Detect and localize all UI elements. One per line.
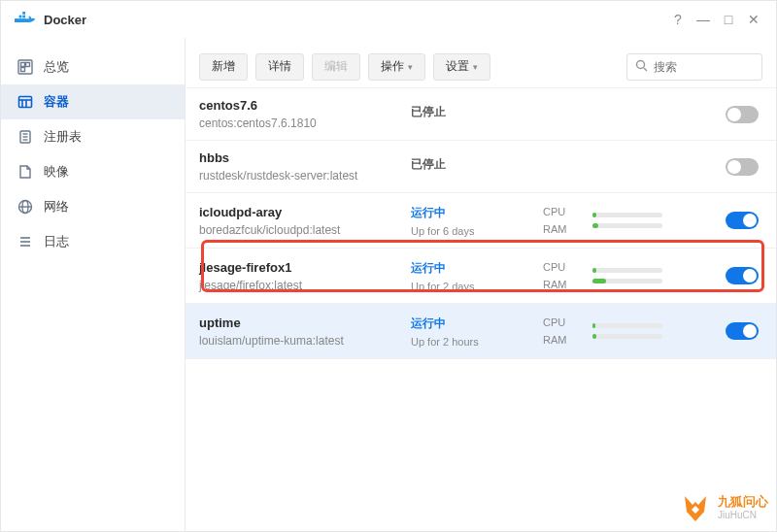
sidebar-item-registry[interactable]: 注册表 (1, 119, 185, 154)
log-icon (17, 233, 34, 250)
container-list: centos7.6centos:centos7.6.1810已停止hbbsrus… (186, 88, 776, 531)
ram-label: RAM (543, 276, 587, 293)
search-icon (635, 58, 648, 76)
cpu-usage-bar (592, 268, 662, 273)
container-image: louislam/uptime-kuma:latest (199, 334, 405, 348)
sidebar-item-container[interactable]: 容器 (1, 84, 185, 119)
container-row[interactable]: icloudpd-arayboredazfcuk/icloudpd:latest… (186, 193, 776, 249)
search-input[interactable] (654, 60, 754, 74)
action-dropdown[interactable]: 操作▾ (368, 53, 425, 81)
window-title: Docker (44, 13, 86, 27)
detail-button[interactable]: 详情 (255, 53, 304, 81)
ram-usage-bar (592, 223, 662, 228)
container-row[interactable]: centos7.6centos:centos7.6.1810已停止 (186, 88, 776, 141)
chevron-down-icon: ▾ (473, 62, 478, 72)
ram-label: RAM (543, 331, 587, 349)
svg-rect-10 (19, 97, 32, 108)
svg-line-25 (644, 68, 647, 71)
close-button[interactable]: ✕ (741, 7, 766, 32)
svg-rect-9 (21, 68, 25, 72)
image-icon (17, 163, 34, 181)
svg-rect-5 (22, 12, 25, 15)
container-status: 已停止 (411, 104, 537, 120)
toolbar: 新增 详情 编辑 操作▾ 设置▾ (186, 46, 776, 88)
container-name: uptime (199, 316, 405, 330)
cpu-label: CPU (543, 203, 587, 220)
svg-rect-7 (21, 63, 25, 67)
edit-button[interactable]: 编辑 (312, 53, 360, 81)
power-toggle[interactable] (726, 267, 759, 284)
container-row[interactable]: hbbsrustdesk/rustdesk-server:latest已停止 (186, 141, 776, 193)
sidebar-item-log[interactable]: 日志 (1, 224, 185, 259)
container-image: jlesage/firefox:latest (199, 279, 405, 292)
svg-rect-4 (22, 16, 25, 18)
power-toggle[interactable] (726, 158, 759, 176)
container-uptime: Up for 2 days (411, 281, 537, 292)
sidebar-item-image[interactable]: 映像 (1, 154, 185, 189)
container-name: jlesage-firefox1 (199, 260, 405, 275)
main-panel: 新增 详情 编辑 操作▾ 设置▾ centos7.6centos:centos7… (186, 38, 776, 531)
sidebar-item-label: 总览 (44, 58, 69, 76)
minimize-button[interactable]: — (691, 7, 716, 32)
cpu-usage-bar (592, 323, 662, 328)
power-toggle[interactable] (726, 106, 759, 123)
container-row[interactable]: jlesage-firefox1jlesage/firefox:latest运行… (186, 249, 776, 304)
cpu-label: CPU (543, 314, 587, 331)
container-name: hbbs (199, 150, 405, 165)
container-name: icloudpd-aray (199, 205, 405, 219)
sidebar-item-network[interactable]: 网络 (1, 189, 185, 224)
container-status: 运行中 (411, 260, 537, 277)
help-button[interactable]: ? (665, 7, 691, 32)
network-icon (17, 198, 34, 216)
settings-dropdown[interactable]: 设置▾ (433, 53, 490, 81)
cpu-label: CPU (543, 258, 587, 276)
svg-rect-3 (19, 16, 22, 18)
svg-rect-8 (26, 63, 30, 67)
docker-logo-icon (15, 12, 36, 27)
chevron-down-icon: ▾ (408, 62, 413, 72)
search-box[interactable] (626, 53, 762, 81)
container-image: centos:centos7.6.1810 (199, 116, 405, 130)
container-status: 运行中 (411, 316, 537, 332)
sidebar-item-label: 映像 (44, 163, 69, 181)
app-window: Docker ? — □ ✕ 总览 容器 (0, 0, 777, 532)
dashboard-icon (17, 58, 34, 76)
container-status: 已停止 (411, 156, 537, 173)
ram-usage-bar (592, 334, 662, 339)
sidebar-item-label: 日志 (44, 233, 69, 250)
sidebar-item-overview[interactable]: 总览 (1, 50, 185, 84)
new-button[interactable]: 新增 (199, 53, 248, 81)
container-name: centos7.6 (199, 98, 405, 113)
container-image: rustdesk/rustdesk-server:latest (199, 169, 405, 183)
titlebar: Docker ? — □ ✕ (1, 1, 776, 38)
power-toggle[interactable] (726, 212, 759, 229)
svg-point-24 (637, 60, 645, 68)
cpu-usage-bar (592, 213, 662, 217)
power-toggle[interactable] (726, 322, 759, 340)
sidebar-item-label: 网络 (44, 198, 69, 216)
container-image: boredazfcuk/icloudpd:latest (199, 223, 405, 237)
ram-usage-bar (592, 279, 662, 283)
ram-label: RAM (543, 220, 587, 238)
container-uptime: Up for 6 days (411, 225, 537, 237)
container-uptime: Up for 2 hours (411, 336, 537, 348)
sidebar: 总览 容器 注册表 映像 (1, 38, 186, 531)
container-row[interactable]: uptimelouislam/uptime-kuma:latest运行中Up f… (186, 304, 776, 359)
container-status: 运行中 (411, 205, 537, 221)
sidebar-item-label: 注册表 (44, 128, 82, 146)
sidebar-item-label: 容器 (44, 93, 69, 111)
maximize-button[interactable]: □ (716, 7, 741, 32)
container-icon (17, 93, 34, 111)
registry-icon (17, 128, 34, 146)
